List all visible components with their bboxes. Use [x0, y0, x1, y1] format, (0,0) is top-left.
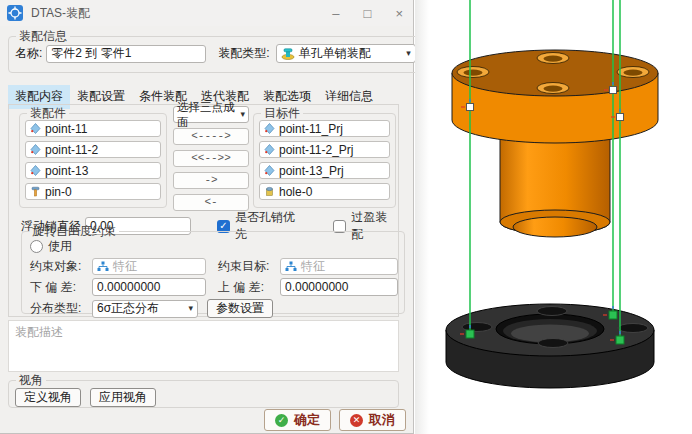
list-item[interactable]: pin-0: [25, 183, 161, 200]
type-label: 装配类型:: [218, 45, 269, 62]
dtas-assembly-dialog: DTAS-装配 – □ × 装配信息 名称: 装配类型: 单孔单销装配 ▾ 装配: [0, 0, 414, 434]
hole-icon: [264, 186, 275, 197]
list-item[interactable]: point-11-2: [25, 141, 161, 158]
point-icon: [264, 123, 275, 134]
cancel-x-icon: ✕: [350, 414, 363, 427]
list-item[interactable]: point-13_Prj: [259, 162, 390, 179]
point-icon: [264, 144, 275, 155]
pin-icon: [30, 186, 41, 197]
assembly-type-value: 单孔单销装配: [299, 45, 371, 62]
lower-deviation-input[interactable]: [92, 278, 206, 296]
orange-flange-part[interactable]: [452, 50, 658, 237]
app-icon: [7, 5, 23, 21]
face-mode-select[interactable]: 选择三点成面 ▾: [173, 106, 249, 123]
list-item[interactable]: point-11: [25, 120, 161, 137]
target-parts-group: 目标件 point-11_Prj point-11-2_Prj point-13…: [253, 107, 396, 208]
source-parts-group: 装配件 point-11 point-11-2 point-13 pin-0: [19, 107, 167, 208]
list-item[interactable]: point-13: [25, 162, 161, 179]
chevron-down-icon: ▾: [406, 49, 411, 58]
point-icon: [30, 123, 41, 134]
use-label: 使用: [48, 238, 72, 255]
ok-button[interactable]: ✓ 确定: [264, 409, 331, 431]
rotation-dof-title: 旋转自由度约束: [29, 225, 119, 237]
feature-icon: [285, 261, 297, 272]
pin-hole-icon: [281, 48, 295, 60]
list-item[interactable]: point-11_Prj: [259, 120, 390, 137]
chevron-down-icon: ▾: [188, 304, 193, 313]
distribution-type-label: 分布类型:: [30, 300, 92, 317]
transfer-controls: 选择三点成面 ▾ <----> <<-->> -> <-: [173, 106, 249, 211]
constraint-object-field[interactable]: 特征: [92, 258, 206, 275]
parameter-settings-button[interactable]: 参数设置: [207, 299, 273, 318]
rotation-dof-group: 旋转自由度约束 使用 约束对象: 特征 约束目标: 特征 下 偏 差:: [21, 225, 405, 314]
constraint-target-field[interactable]: 特征: [280, 258, 398, 275]
lower-deviation-label: 下 偏 差:: [30, 279, 92, 296]
transfer-swap-button[interactable]: <<-->>: [173, 150, 249, 167]
source-parts-title: 装配件: [27, 107, 69, 119]
upper-deviation-label: 上 偏 差:: [218, 279, 280, 296]
use-radio[interactable]: [30, 240, 43, 253]
minimize-button[interactable]: –: [332, 7, 339, 20]
transfer-all-both-button[interactable]: <---->: [173, 128, 249, 145]
point-icon: [30, 144, 41, 155]
point-icon: [264, 165, 275, 176]
feature-icon: [97, 261, 109, 272]
transfer-right-button[interactable]: ->: [173, 172, 249, 189]
ok-check-icon: ✓: [275, 414, 288, 427]
upper-deviation-input[interactable]: [280, 278, 398, 296]
cancel-button[interactable]: ✕ 取消: [339, 409, 406, 431]
window-title: DTAS-装配: [31, 5, 90, 22]
define-view-button[interactable]: 定义视角: [15, 388, 81, 407]
target-parts-title: 目标件: [261, 107, 303, 119]
apply-view-button[interactable]: 应用视角: [90, 388, 156, 407]
chevron-down-icon: ▾: [240, 110, 245, 119]
assembly-content-panel: 装配件 point-11 point-11-2 point-13 pin-0 选…: [8, 104, 399, 317]
assembly-name-input[interactable]: [46, 45, 206, 63]
list-item[interactable]: point-11-2_Prj: [259, 141, 390, 158]
assembly-info-group: 装配信息 名称: 装配类型: 单孔单销装配 ▾: [8, 30, 423, 73]
name-label: 名称:: [15, 45, 42, 62]
view-angle-group: 视角 定义视角 应用视角: [8, 374, 399, 408]
3d-viewport[interactable]: [415, 0, 692, 434]
constraint-object-label: 约束对象:: [30, 258, 92, 275]
titlebar[interactable]: DTAS-装配 – □ ×: [0, 0, 413, 26]
dark-ring-part[interactable]: [446, 304, 654, 388]
view-angle-title: 视角: [16, 374, 46, 386]
close-button[interactable]: ×: [395, 7, 403, 20]
assembly-description-input[interactable]: 装配描述: [8, 320, 399, 372]
constraint-target-label: 约束目标:: [218, 258, 280, 275]
maximize-button[interactable]: □: [364, 7, 372, 20]
list-item[interactable]: hole-0: [259, 183, 390, 200]
assembly-type-select[interactable]: 单孔单销装配 ▾: [276, 44, 416, 63]
point-icon: [30, 165, 41, 176]
distribution-type-select[interactable]: 6σ正态分布 ▾: [92, 300, 198, 318]
assembly-info-title: 装配信息: [16, 30, 70, 42]
